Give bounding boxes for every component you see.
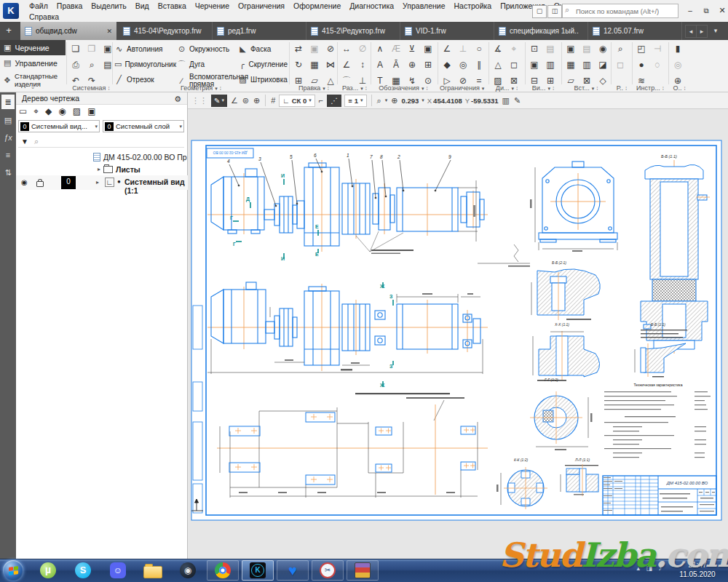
tool-icon[interactable]: ∥ (472, 57, 486, 72)
style-button[interactable]: ✎▾ (211, 95, 227, 107)
tool-icon[interactable]: ▦ (563, 57, 578, 72)
layer-select[interactable]: ≡1▾ (344, 95, 366, 107)
filter-icon[interactable]: ▼ (21, 137, 28, 146)
tool-icon[interactable]: ⌖ (507, 41, 521, 56)
tool-icon[interactable]: ○ (472, 41, 486, 56)
tool-icon[interactable]: ▮ (670, 41, 685, 56)
zoom-scale-icon[interactable]: ⊕ (390, 96, 398, 105)
panels-toggle-icon[interactable]: ◫ (547, 5, 562, 18)
menu-item[interactable]: Вставка (154, 1, 191, 11)
menu-item[interactable]: Файл (25, 1, 52, 11)
history-panel-icon[interactable]: ⇅ (0, 168, 16, 178)
tool-icon[interactable]: ⊞ (421, 57, 435, 72)
taskbar-icon-kompas[interactable]: K (242, 560, 274, 581)
menu-item[interactable]: Правка (52, 1, 87, 11)
tool-icon[interactable]: ⋈ (323, 57, 338, 72)
tool-icon[interactable]: ↕ (355, 57, 370, 72)
tool-icon[interactable]: ▣ (421, 41, 435, 56)
panel-switch-management[interactable]: ▤ Управление (0, 55, 66, 71)
properties-icon[interactable]: ▥ (502, 96, 510, 105)
tool-icon[interactable]: ∧ (373, 41, 387, 56)
taskbar-icon-explorer[interactable] (137, 560, 169, 581)
close-button[interactable]: ✕ (715, 4, 728, 17)
taskbar-icon-winrar[interactable] (347, 560, 379, 581)
zoom-value[interactable]: 0.293 (401, 97, 419, 105)
tool-icon[interactable]: ● (634, 57, 649, 72)
tree-tool-icon[interactable]: ◉ (58, 106, 66, 116)
tool-icon[interactable]: ⊕ (405, 57, 419, 72)
taskbar-clock[interactable]: 21:47 11.05.2020 (671, 560, 724, 579)
tool-icon[interactable]: △ (491, 57, 505, 72)
tool-icon[interactable]: ▤ (543, 41, 558, 56)
lock-icon[interactable] (36, 181, 44, 187)
menu-item[interactable]: Настройка (449, 1, 496, 11)
tool-icon[interactable]: ⊘ (323, 41, 338, 56)
tab[interactable]: 415-04\Редуктор.frw (119, 22, 213, 40)
tool-icon[interactable]: ▣ (563, 41, 578, 56)
switcher-collapse-icon[interactable]: ⌄ (0, 84, 66, 90)
taskbar-icon-chrome[interactable] (207, 560, 239, 581)
tab[interactable]: 415-2\Редуктор.frw (306, 22, 400, 40)
drawing-sheet[interactable]: ДМ 415-02.00.00 ВО (188, 109, 728, 559)
tool-icon[interactable]: ⊥ (456, 41, 470, 56)
layout-toggle-icon[interactable]: ▢ (532, 5, 547, 18)
tool-icon[interactable]: ↔ (339, 41, 354, 56)
menu-item[interactable]: Диагностика (345, 1, 398, 11)
tool-icon[interactable]: ⌕ (84, 57, 99, 72)
tool-icon[interactable]: ▣ (307, 41, 322, 56)
corner-icon[interactable]: ⌐ (318, 96, 324, 105)
tabs-scroll-left-icon[interactable]: ◂ (685, 25, 697, 38)
variables-panel-icon[interactable]: ƒx (0, 133, 16, 142)
command-search[interactable]: ⌕ (562, 4, 678, 18)
tool-icon[interactable]: Æ (389, 41, 403, 56)
eyedropper-icon[interactable]: ✎ (513, 96, 521, 105)
tabs-list-icon[interactable]: ▾ (711, 25, 721, 36)
menu-item[interactable]: Черчение (191, 1, 234, 11)
tool-icon[interactable]: А (373, 57, 387, 72)
taskbar-icon-skype[interactable]: S (67, 560, 99, 581)
tree-tool-icon[interactable]: ⌖ (33, 106, 39, 116)
tab[interactable]: 12.05.07.frw (588, 22, 682, 40)
tool-icon[interactable]: ⎙ (68, 57, 83, 72)
tree-tool-icon[interactable]: ▨ (73, 106, 81, 116)
tabs-scroll-right-icon[interactable]: ▸ (696, 25, 708, 38)
tool-icon[interactable]: ◉ (596, 41, 610, 56)
tree-tool-icon[interactable]: ▭ (19, 106, 27, 116)
start-button[interactable] (3, 560, 23, 581)
expand-icon[interactable]: ▸ (98, 166, 100, 172)
tool-icon[interactable]: ∠ (339, 57, 354, 72)
menu-item[interactable]: Вид (131, 1, 154, 11)
tab[interactable]: VID-1.frw (400, 22, 494, 40)
tool-rectangle[interactable]: ▭Прямоугольник (114, 57, 174, 72)
tool-icon[interactable]: ❐ (84, 41, 99, 56)
search-input[interactable] (574, 5, 678, 17)
tool-icon[interactable]: ↻ (291, 57, 306, 72)
coordinate-system-select[interactable]: ∟СК 0▾ (279, 95, 314, 107)
tool-icon[interactable]: ◎ (456, 57, 470, 72)
rounding-icon[interactable]: ⊕ (253, 96, 261, 105)
tool-icon[interactable]: ▣ (100, 41, 115, 56)
parameters-panel-icon[interactable]: ▤ (0, 116, 16, 125)
tool-icon[interactable]: ∅ (355, 41, 370, 56)
restore-button[interactable]: ⧉ (699, 4, 713, 17)
tree-panel-toggle-icon[interactable]: ≣ (1, 95, 15, 109)
tool-icon[interactable]: ▤ (100, 57, 115, 72)
tool-icon[interactable]: ⊡ (527, 41, 542, 56)
visibility-eye-icon[interactable]: ◉ (21, 178, 28, 186)
menu-item[interactable]: Ограничения (234, 1, 289, 11)
tool-icon[interactable]: ◰ (634, 41, 649, 56)
tool-autoline[interactable]: ∿Автолиния (114, 41, 174, 57)
tool-fillet[interactable]: ╭Скругление (238, 57, 288, 72)
angle-snap-icon[interactable]: ∠ (230, 96, 239, 105)
taskbar-icon-utorrent[interactable]: µ (32, 560, 64, 581)
minimize-button[interactable]: – (683, 4, 697, 17)
taskbar-icon-discord[interactable]: ☺ (102, 560, 134, 581)
system-tray-icons[interactable]: ▴ ◨ ♪ (636, 565, 664, 572)
menu-item[interactable]: Оформление (289, 1, 345, 11)
tool-circle[interactable]: ⊙Окружность (177, 41, 237, 57)
ortho-icon[interactable]: ⊚ (242, 96, 250, 105)
tree-item-document[interactable]: ДМ 415-02.00.00 ВО Пр (93, 151, 187, 163)
grid-icon[interactable]: # (270, 96, 276, 105)
new-tab-button[interactable]: + (3, 24, 15, 37)
tab[interactable]: ред1.frw (213, 22, 306, 40)
